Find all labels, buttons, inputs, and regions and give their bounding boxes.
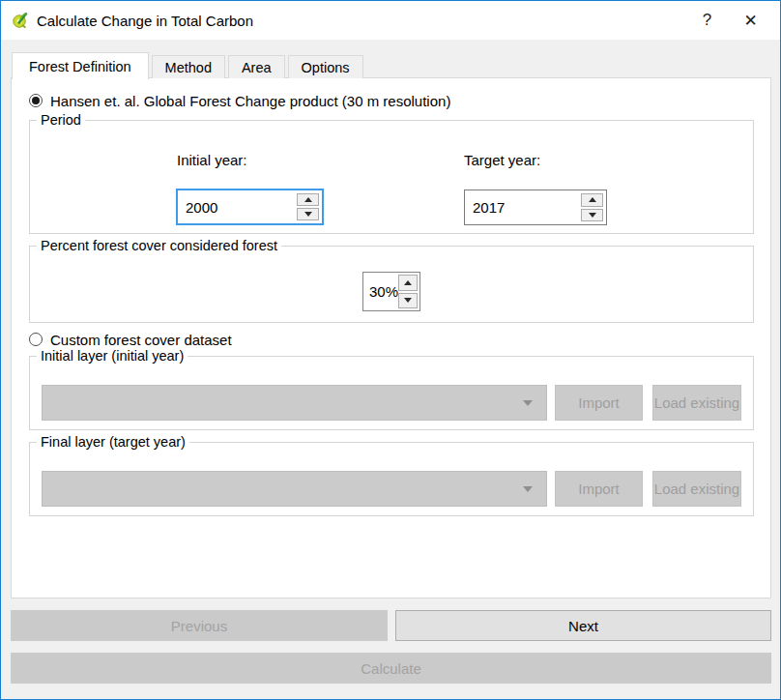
- initial-layer-import-button[interactable]: Import: [555, 385, 643, 421]
- next-button[interactable]: Next: [395, 610, 771, 641]
- percent-forest-group-title: Percent forest cover considered forest: [37, 238, 281, 253]
- tab-bar: Forest Definition Method Area Options: [12, 51, 366, 78]
- initial-year-spin-up-button[interactable]: [297, 193, 319, 206]
- tab-method[interactable]: Method: [152, 55, 225, 78]
- close-button[interactable]: ✕: [729, 1, 772, 40]
- percent-spin-down-button[interactable]: [398, 293, 418, 309]
- custom-dataset-radio[interactable]: Custom forest cover dataset: [29, 331, 232, 348]
- tab-forest-definition[interactable]: Forest Definition: [12, 52, 149, 79]
- dropdown-arrow-icon: [523, 400, 533, 406]
- target-year-value: 2017: [473, 190, 505, 224]
- target-year-spin-down-button[interactable]: [581, 209, 603, 222]
- percent-forest-group: Percent forest cover considered forest 3…: [29, 246, 754, 323]
- up-arrow-icon: [304, 197, 312, 202]
- help-button[interactable]: ?: [685, 1, 729, 40]
- qgis-app-icon: [12, 12, 29, 29]
- calculate-button[interactable]: Calculate: [11, 653, 771, 684]
- previous-button[interactable]: Previous: [11, 610, 388, 641]
- target-year-label: Target year:: [464, 152, 540, 168]
- percent-spin-up-button[interactable]: [398, 275, 418, 291]
- dropdown-arrow-icon: [523, 486, 533, 492]
- initial-layer-group: Initial layer (initial year) Import Load…: [29, 356, 754, 430]
- target-year-spin-up-button[interactable]: [581, 193, 603, 207]
- title-bar: Calculate Change in Total Carbon ? ✕: [1, 1, 780, 40]
- tab-area[interactable]: Area: [228, 55, 285, 78]
- initial-layer-combobox[interactable]: [42, 385, 547, 421]
- initial-layer-load-existing-button[interactable]: Load existing: [652, 385, 741, 421]
- hansen-radio-label: Hansen et. al. Global Forest Change prod…: [50, 93, 450, 109]
- down-arrow-icon: [589, 213, 596, 218]
- final-layer-group-title: Final layer (target year): [37, 434, 189, 450]
- target-year-spinbox[interactable]: 2017: [464, 190, 607, 225]
- custom-dataset-radio-label: Custom forest cover dataset: [50, 332, 232, 348]
- tab-page-forest-definition: Hansen et. al. Global Forest Change prod…: [11, 77, 771, 598]
- initial-year-spinbox[interactable]: 2000: [176, 189, 324, 225]
- down-arrow-icon: [404, 298, 412, 303]
- up-arrow-icon: [404, 280, 412, 285]
- final-layer-combobox[interactable]: [42, 471, 547, 507]
- hansen-radio[interactable]: Hansen et. al. Global Forest Change prod…: [29, 92, 450, 109]
- initial-year-label: Initial year:: [177, 152, 247, 168]
- period-group-title: Period: [37, 112, 85, 128]
- tab-options[interactable]: Options: [288, 55, 363, 78]
- final-layer-import-button[interactable]: Import: [555, 471, 643, 507]
- up-arrow-icon: [589, 197, 596, 202]
- initial-layer-group-title: Initial layer (initial year): [37, 348, 188, 364]
- window-title: Calculate Change in Total Carbon: [37, 13, 253, 29]
- radio-selected-icon[interactable]: [29, 94, 43, 107]
- percent-forest-value: 30%: [369, 273, 398, 310]
- period-group: Period Initial year: 2000 Target year: 2…: [29, 120, 754, 234]
- down-arrow-icon: [304, 212, 312, 217]
- initial-year-spin-down-button[interactable]: [297, 208, 319, 220]
- dialog-window: Calculate Change in Total Carbon ? ✕ For…: [0, 0, 781, 700]
- radio-unselected-icon[interactable]: [29, 333, 43, 346]
- initial-year-value: 2000: [186, 190, 217, 223]
- final-layer-load-existing-button[interactable]: Load existing: [652, 471, 741, 507]
- final-layer-group: Final layer (target year) Import Load ex…: [29, 442, 754, 516]
- percent-forest-spinbox[interactable]: 30%: [362, 272, 420, 311]
